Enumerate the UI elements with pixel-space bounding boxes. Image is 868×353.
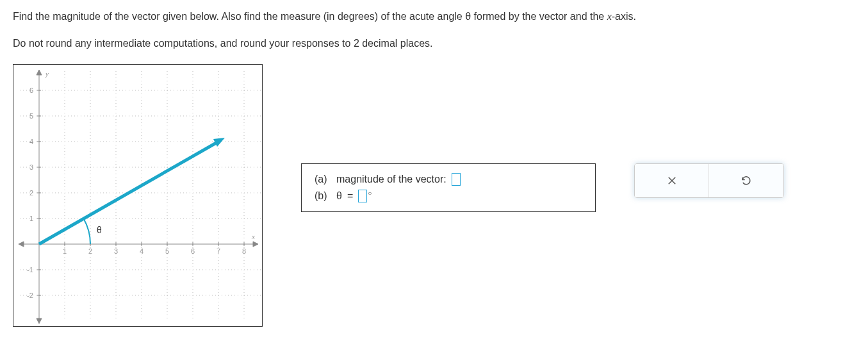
problem-statement: Find the magnitude of the vector given b… — [13, 10, 855, 51]
x-var: x — [607, 11, 612, 22]
answer-row-a: (a) magnitude of the vector: — [315, 173, 582, 186]
svg-text:2: 2 — [88, 247, 92, 255]
theta-symbol: θ — [336, 190, 342, 202]
svg-text:-2: -2 — [27, 291, 33, 299]
svg-text:3: 3 — [29, 163, 33, 171]
svg-text:1: 1 — [63, 247, 67, 255]
svg-text:5: 5 — [29, 112, 33, 120]
degree-symbol: ○ — [368, 190, 372, 197]
svg-text:8: 8 — [242, 247, 246, 255]
answer-a-label: magnitude of the vector: — [336, 174, 446, 185]
clear-button[interactable] — [635, 164, 709, 197]
svg-text:5: 5 — [165, 247, 169, 255]
svg-marker-21 — [37, 318, 42, 324]
magnitude-input[interactable] — [452, 173, 461, 186]
svg-text:7: 7 — [217, 247, 220, 255]
content-row: 1 2 3 4 5 6 7 8 6 5 4 3 2 1 -1 -2 y x — [13, 64, 855, 327]
answer-a-tag: (a) — [315, 174, 331, 185]
graph-svg: 1 2 3 4 5 6 7 8 6 5 4 3 2 1 -1 -2 y x — [13, 65, 262, 326]
svg-text:x: x — [251, 233, 255, 240]
svg-text:y: y — [45, 70, 49, 78]
theta-input[interactable] — [358, 190, 367, 202]
svg-marker-17 — [253, 242, 258, 247]
svg-text:6: 6 — [191, 247, 195, 255]
svg-text:6: 6 — [29, 86, 33, 94]
vector-graph: 1 2 3 4 5 6 7 8 6 5 4 3 2 1 -1 -2 y x — [13, 64, 263, 327]
problem-line-1-pre: Find the magnitude of the vector given b… — [13, 11, 607, 22]
action-panel — [634, 163, 784, 198]
problem-line-1-post: -axis. — [612, 11, 636, 22]
undo-icon — [741, 175, 752, 186]
answer-b-tag: (b) — [315, 190, 331, 202]
reset-button[interactable] — [709, 164, 783, 197]
svg-text:4: 4 — [140, 247, 143, 255]
equals-sign: = — [347, 190, 353, 202]
svg-marker-20 — [37, 70, 42, 75]
svg-text:4: 4 — [29, 138, 33, 145]
svg-marker-18 — [19, 242, 24, 247]
answer-row-b: (b) θ = ○ — [315, 190, 582, 202]
svg-text:θ: θ — [97, 225, 102, 235]
x-icon — [666, 175, 678, 186]
problem-line-2: Do not round any intermediate computatio… — [13, 37, 855, 51]
svg-text:1: 1 — [29, 215, 33, 222]
svg-text:-1: -1 — [27, 266, 33, 274]
answer-box: (a) magnitude of the vector: (b) θ = ○ — [301, 163, 596, 212]
svg-text:2: 2 — [29, 189, 33, 197]
svg-text:3: 3 — [114, 247, 118, 255]
svg-line-56 — [39, 142, 218, 244]
